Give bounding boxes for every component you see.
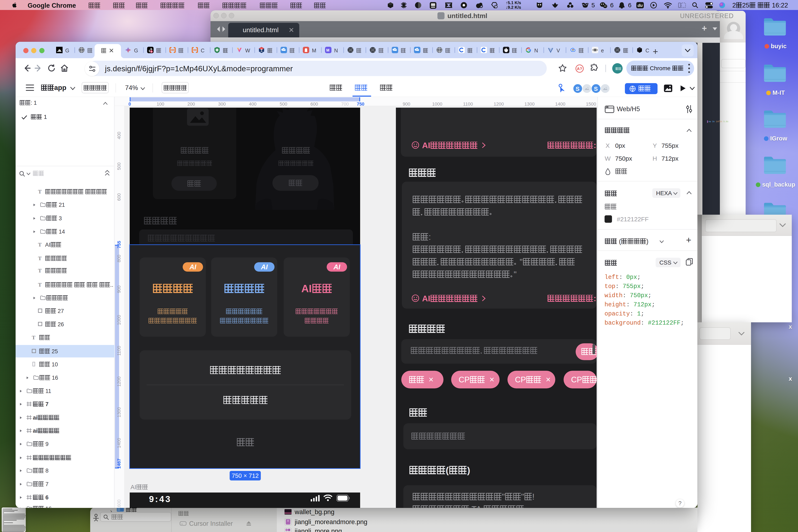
svg-text:!: ! — [495, 5, 496, 8]
svg-text:M: M — [326, 48, 329, 52]
svg-text:du: du — [638, 3, 643, 8]
svg-text:A?: A? — [577, 66, 582, 71]
svg-text:!: ! — [481, 5, 481, 8]
